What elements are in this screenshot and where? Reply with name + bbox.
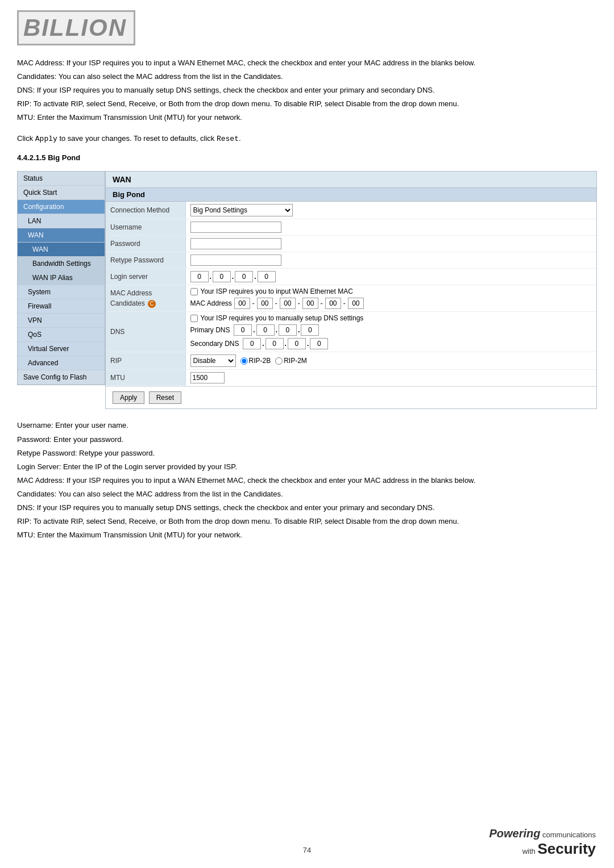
sidebar-item-wanipalias[interactable]: WAN IP Alias (18, 271, 105, 285)
cell-mac-address: Your ISP requires you to input WAN Ether… (185, 285, 596, 312)
login-server-ip1[interactable] (190, 271, 209, 282)
sidebar-item-advanced[interactable]: Advanced (18, 356, 105, 370)
apply-button[interactable]: Apply (113, 391, 144, 404)
password-input[interactable] (190, 238, 281, 249)
secondary-dns-ip2[interactable] (265, 338, 284, 349)
mac-part1[interactable] (234, 298, 250, 309)
sidebar-item-bandwidth[interactable]: Bandwidth Settings (18, 257, 105, 271)
label-dns: DNS (106, 312, 185, 352)
dns-checkbox[interactable] (190, 315, 198, 322)
bottom-mac-desc: MAC Address: If your ISP requires you to… (17, 474, 597, 487)
wan-panel: WAN Big Pond Connection Method Big Pond … (105, 171, 597, 409)
rip-radio2[interactable] (275, 357, 283, 365)
click-note: Click Apply to save your changes. To res… (17, 134, 597, 143)
mac-part5[interactable] (325, 298, 341, 309)
label-connection-method: Connection Method (106, 202, 185, 219)
sidebar-item-wan-sub[interactable]: WAN (18, 243, 105, 257)
label-retype-password: Retype Password (106, 252, 185, 269)
reset-button[interactable]: Reset (149, 391, 181, 404)
rip-radio1[interactable] (240, 357, 248, 365)
logo: BILLION (17, 10, 135, 45)
label-username: Username (106, 219, 185, 236)
top-description: MAC Address: If your ISP requires you to… (17, 57, 597, 124)
bottom-candidates-desc: Candidates: You can also select the MAC … (17, 488, 597, 500)
row-retype-password: Retype Password (106, 252, 596, 269)
button-row: Apply Reset (106, 386, 596, 408)
bottom-retype-desc: Retype Password: Retype your password. (17, 447, 597, 460)
bottom-password-desc: Password: Enter your password. (17, 433, 597, 446)
mac-part6[interactable] (348, 298, 364, 309)
mac-checkbox-label: Your ISP requires you to input WAN Ether… (201, 287, 353, 295)
bottom-dns-desc: DNS: If your ISP requires you to manuall… (17, 502, 597, 514)
rip-radio1-label[interactable]: RIP-2B (240, 357, 271, 365)
sidebar-item-quickstart[interactable]: Quick Start (18, 186, 105, 200)
sidebar-item-qos[interactable]: QoS (18, 328, 105, 342)
communications-text: communications (542, 831, 596, 839)
mac-part2[interactable] (257, 298, 273, 309)
row-mtu: MTU (106, 370, 596, 386)
powering-text: Powering (489, 827, 540, 840)
username-input[interactable] (190, 222, 281, 233)
mtu-input[interactable] (190, 372, 225, 383)
bottom-loginserver-desc: Login Server: Enter the IP of the Login … (17, 461, 597, 473)
dns-checkbox-label: Your ISP requires you to manually setup … (201, 314, 364, 322)
sidebar-item-configuration[interactable]: Configuration (18, 200, 105, 214)
row-login-server: Login server . . . (106, 269, 596, 285)
sidebar-item-saveconfig[interactable]: Save Config to Flash (18, 370, 105, 385)
mac-part3[interactable] (280, 298, 296, 309)
mac-checkbox-row: Your ISP requires you to input WAN Ether… (190, 287, 592, 295)
login-server-ip4[interactable] (258, 271, 276, 282)
sidebar-item-firewall[interactable]: Firewall (18, 299, 105, 314)
sidebar: Status Quick Start Configuration LAN WAN… (17, 171, 105, 385)
primary-dns-ip2[interactable] (256, 324, 275, 336)
sidebar-item-wan[interactable]: WAN (18, 228, 105, 243)
connection-method-select[interactable]: Big Pond Settings (190, 204, 293, 216)
row-connection-method: Connection Method Big Pond Settings (106, 202, 596, 219)
row-password: Password (106, 236, 596, 252)
bottom-rip-desc: RIP: To activate RIP, select Send, Recei… (17, 515, 597, 528)
secondary-dns-ip4[interactable] (310, 338, 328, 349)
primary-dns-ip4[interactable] (301, 324, 319, 336)
mac-part4[interactable] (302, 298, 318, 309)
primary-dns-label: Primary DNS (190, 326, 230, 334)
retype-password-input[interactable] (190, 254, 281, 266)
main-content: MAC Address: If your ISP requires you to… (0, 57, 614, 560)
bottom-username-desc: Username: Enter your user name. (17, 419, 597, 432)
sidebar-item-lan[interactable]: LAN (18, 214, 105, 228)
rip-select[interactable]: Disable Send Receive Both (190, 354, 236, 367)
two-col-layout: Status Quick Start Configuration LAN WAN… (17, 171, 597, 409)
mtu-desc: MTU: Enter the Maximum Transmission Unit… (17, 111, 597, 124)
label-mtu: MTU (106, 370, 185, 386)
cell-connection-method: Big Pond Settings (185, 202, 596, 219)
cell-login-server: . . . (185, 269, 596, 285)
candidates-icon[interactable]: C (148, 300, 156, 308)
cell-retype-password (185, 252, 596, 269)
mac-field-label: MAC Address (190, 299, 232, 307)
section-heading: 4.4.2.1.5 Big Pond (17, 153, 597, 164)
cell-rip: Disable Send Receive Both RIP-2B (185, 352, 596, 370)
header: BILLION (0, 0, 614, 50)
powering-logo: Powering communications with Security (489, 827, 596, 858)
cell-mtu (185, 370, 596, 386)
candidates-label: Candidates (110, 299, 145, 307)
login-server-ip3[interactable] (235, 271, 253, 282)
login-server-ip2[interactable] (213, 271, 231, 282)
rip-desc: RIP: To activate RIP, select Send, Recei… (17, 98, 597, 110)
primary-dns-ip3[interactable] (279, 324, 297, 336)
label-mac-address: MAC Address Candidates C (106, 285, 185, 312)
mac-address-row: MAC Address - - - - - (190, 298, 592, 309)
bottom-mtu-desc: MTU: Enter the Maximum Transmission Unit… (17, 529, 597, 541)
mac-checkbox[interactable] (190, 288, 198, 295)
primary-dns-ip1[interactable] (234, 324, 252, 336)
row-mac-address: MAC Address Candidates C Your ISP requir… (106, 285, 596, 312)
label-login-server: Login server (106, 269, 185, 285)
rip-radio2-label[interactable]: RIP-2M (275, 357, 307, 365)
sidebar-item-virtualserver[interactable]: Virtual Server (18, 342, 105, 356)
sidebar-item-status[interactable]: Status (18, 172, 105, 186)
primary-dns-row: Primary DNS . . . (190, 324, 592, 336)
wan-panel-subheader: Big Pond (106, 188, 596, 202)
secondary-dns-ip1[interactable] (243, 338, 261, 349)
sidebar-item-vpn[interactable]: VPN (18, 314, 105, 328)
secondary-dns-ip3[interactable] (288, 338, 306, 349)
sidebar-item-system[interactable]: System (18, 285, 105, 299)
